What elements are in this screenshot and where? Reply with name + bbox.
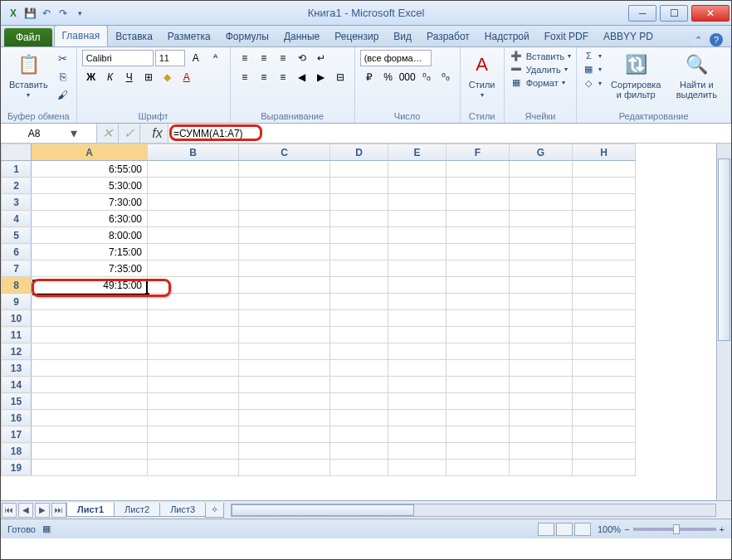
cell-D12[interactable]: [330, 343, 388, 360]
cell-E3[interactable]: [388, 194, 447, 211]
cell-G13[interactable]: [510, 360, 573, 377]
col-header-b[interactable]: B: [148, 144, 239, 161]
sheet-tab-3[interactable]: Лист3: [159, 503, 206, 517]
cell-E12[interactable]: [388, 343, 447, 360]
cell-C19[interactable]: [239, 460, 330, 476]
cell-E4[interactable]: [388, 211, 447, 227]
cell-C7[interactable]: [239, 261, 330, 277]
cell-B7[interactable]: [148, 261, 239, 277]
col-header-e[interactable]: E: [388, 144, 447, 161]
cell-C3[interactable]: [239, 194, 330, 211]
tab-formulas[interactable]: Формулы: [218, 27, 276, 46]
cell-G11[interactable]: [510, 327, 573, 343]
align-left-icon[interactable]: ≡: [236, 69, 254, 85]
cell-E6[interactable]: [388, 244, 447, 261]
cell-E2[interactable]: [388, 178, 447, 194]
sheet-tab-2[interactable]: Лист2: [114, 503, 160, 517]
cell-C16[interactable]: [239, 410, 330, 426]
vertical-scrollbar[interactable]: [716, 144, 731, 500]
cell-B13[interactable]: [148, 360, 239, 377]
cell-D8[interactable]: [330, 277, 388, 294]
worksheet-grid[interactable]: A B C D E F G H 16:55:0025:30:0037:30:00…: [1, 144, 731, 500]
col-header-a[interactable]: A: [32, 144, 148, 161]
autosum-button[interactable]: Σ▾: [582, 50, 602, 61]
minimize-ribbon-icon[interactable]: ⌃: [691, 33, 705, 46]
cell-A19[interactable]: [32, 460, 148, 476]
zoom-level[interactable]: 100%: [598, 524, 621, 534]
cancel-icon[interactable]: ✕: [97, 124, 119, 143]
sheet-tab-1[interactable]: Лист1: [66, 503, 115, 517]
cell-H1[interactable]: [573, 161, 636, 178]
align-center-icon[interactable]: ≡: [255, 69, 273, 85]
zoom-out-button[interactable]: −: [624, 524, 629, 534]
tab-home[interactable]: Главная: [54, 25, 109, 46]
cell-B18[interactable]: [148, 443, 239, 460]
cell-B5[interactable]: [148, 227, 239, 244]
col-header-c[interactable]: C: [239, 144, 330, 161]
cell-F1[interactable]: [447, 161, 510, 178]
cell-C10[interactable]: [239, 310, 330, 327]
col-header-f[interactable]: F: [447, 144, 510, 161]
tab-developer[interactable]: Разработ: [419, 27, 477, 46]
cell-B10[interactable]: [148, 310, 239, 327]
cell-D6[interactable]: [330, 244, 388, 261]
cell-E9[interactable]: [388, 294, 447, 310]
cell-C18[interactable]: [239, 443, 330, 460]
cell-D19[interactable]: [330, 460, 388, 476]
cell-C1[interactable]: [239, 161, 330, 178]
format-cells-button[interactable]: ▦Формат▾: [510, 76, 565, 89]
cell-G2[interactable]: [510, 178, 573, 194]
formula-input[interactable]: [168, 128, 731, 139]
cell-A12[interactable]: [32, 343, 148, 360]
percent-icon[interactable]: %: [379, 69, 398, 85]
cell-D4[interactable]: [330, 211, 388, 227]
fill-handle[interactable]: [145, 293, 149, 297]
cell-D13[interactable]: [330, 360, 388, 377]
select-all-corner[interactable]: [2, 144, 32, 161]
cell-H5[interactable]: [573, 227, 636, 244]
undo-icon[interactable]: ↶: [39, 6, 54, 21]
cell-E17[interactable]: [388, 426, 447, 443]
align-middle-icon[interactable]: ≡: [255, 50, 273, 66]
sort-filter-button[interactable]: 🔃 Сортировка и фильтр: [605, 50, 666, 101]
cell-G10[interactable]: [510, 310, 573, 327]
redo-icon[interactable]: ↷: [56, 6, 71, 21]
cell-D18[interactable]: [330, 443, 388, 460]
row-header-10[interactable]: 10: [2, 310, 32, 327]
minimize-button[interactable]: ─: [628, 5, 656, 22]
cell-A17[interactable]: [32, 426, 148, 443]
cell-H19[interactable]: [573, 460, 636, 476]
cell-C13[interactable]: [239, 360, 330, 377]
font-color-button[interactable]: A: [178, 69, 196, 85]
cell-B2[interactable]: [148, 178, 239, 194]
cell-F2[interactable]: [447, 178, 510, 194]
cell-A18[interactable]: [32, 443, 148, 460]
fill-button[interactable]: ▦▾: [582, 63, 602, 75]
row-header-15[interactable]: 15: [2, 393, 32, 410]
cell-F8[interactable]: [447, 277, 510, 294]
name-box-input[interactable]: [1, 128, 67, 139]
zoom-in-button[interactable]: +: [720, 524, 725, 534]
cell-F14[interactable]: [447, 377, 510, 393]
cell-A14[interactable]: [32, 377, 148, 393]
bold-button[interactable]: Ж: [82, 69, 100, 85]
cell-F16[interactable]: [447, 410, 510, 426]
tab-view[interactable]: Вид: [386, 27, 419, 46]
comma-icon[interactable]: 000: [398, 69, 417, 85]
cell-H10[interactable]: [573, 310, 636, 327]
name-box-dropdown-icon[interactable]: ▾: [67, 125, 81, 141]
cell-F19[interactable]: [447, 460, 510, 476]
cell-F4[interactable]: [447, 211, 510, 227]
cell-D10[interactable]: [330, 310, 388, 327]
help-icon[interactable]: ?: [710, 33, 723, 46]
align-right-icon[interactable]: ≡: [274, 69, 292, 85]
increase-decimal-icon[interactable]: ⁰₀: [417, 69, 436, 85]
cell-F13[interactable]: [447, 360, 510, 377]
row-header-11[interactable]: 11: [2, 327, 32, 343]
cell-E19[interactable]: [388, 460, 447, 476]
format-painter-icon[interactable]: 🖌: [55, 86, 71, 103]
cell-B16[interactable]: [148, 410, 239, 426]
cut-icon[interactable]: ✂: [55, 50, 71, 66]
fx-button[interactable]: fx: [147, 124, 168, 143]
row-header-9[interactable]: 9: [2, 294, 32, 310]
